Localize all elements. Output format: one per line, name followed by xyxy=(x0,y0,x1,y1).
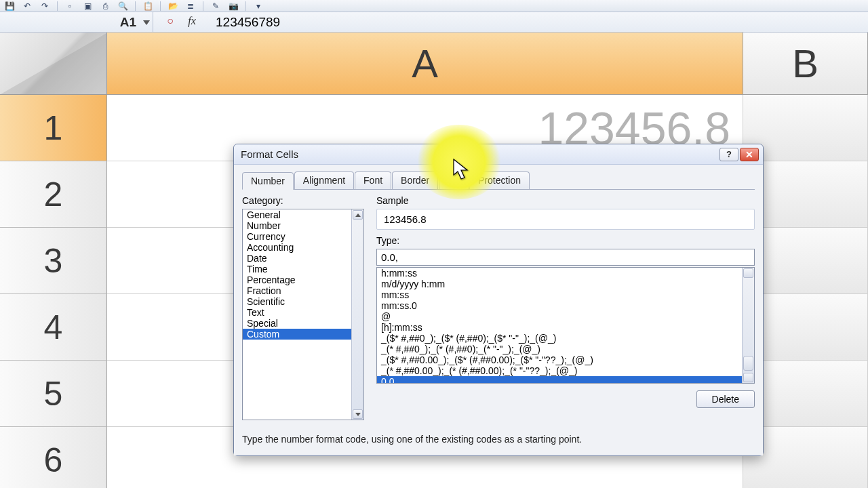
name-box-value: A1 xyxy=(120,15,136,30)
tab-fill[interactable]: Fill xyxy=(439,171,469,189)
separator xyxy=(203,1,203,11)
dialog-titlebar[interactable]: Format Cells ? ✕ xyxy=(234,144,763,165)
category-item[interactable]: Custom xyxy=(243,329,363,340)
category-listbox[interactable]: GeneralNumberCurrencyAccountingDateTimeP… xyxy=(242,209,364,420)
category-item[interactable]: Accounting xyxy=(243,242,363,253)
new-icon[interactable]: ▫ xyxy=(64,1,75,11)
format-item[interactable]: [h]:mm:ss xyxy=(377,322,754,333)
scroll-down-icon[interactable] xyxy=(353,409,363,419)
tab-number[interactable]: Number xyxy=(242,172,294,190)
row-header-5[interactable]: 5 xyxy=(0,361,107,427)
category-label: Category: xyxy=(242,195,364,206)
tab-protection[interactable]: Protection xyxy=(469,171,530,189)
redo-icon[interactable]: ↷ xyxy=(39,1,50,11)
category-item[interactable]: Percentage xyxy=(243,274,363,285)
row-header-4[interactable]: 4 xyxy=(0,294,107,361)
formula-bar-input[interactable]: 123456789 xyxy=(206,15,280,30)
folder-icon[interactable]: 📂 xyxy=(167,1,178,11)
help-button[interactable]: ? xyxy=(719,148,738,161)
format-item[interactable]: h:mm:ss xyxy=(377,268,754,279)
name-box[interactable]: A1 xyxy=(0,15,153,30)
tab-alignment[interactable]: Alignment xyxy=(294,171,354,189)
category-item[interactable]: Special xyxy=(243,318,363,329)
format-item[interactable]: 0.0, xyxy=(377,376,754,384)
format-item[interactable]: @ xyxy=(377,311,754,322)
format-item[interactable]: _($* #,##0_);_($* (#,##0);_($* "-"_);_(@… xyxy=(377,333,754,344)
cancel-entry-icon[interactable]: ○ xyxy=(163,15,178,30)
category-item[interactable]: Text xyxy=(243,307,363,318)
dialog-tabs: NumberAlignmentFontBorderFillProtection xyxy=(242,171,755,190)
category-item[interactable]: Fraction xyxy=(243,285,363,296)
camera-icon[interactable]: 📷 xyxy=(228,1,239,11)
brush-icon[interactable]: ✎ xyxy=(210,1,221,11)
tab-border[interactable]: Border xyxy=(392,171,438,189)
hint-text: Type the number format code, using one o… xyxy=(242,434,755,445)
save-icon[interactable]: 💾 xyxy=(4,1,15,11)
row-header-2[interactable]: 2 xyxy=(0,161,107,228)
scroll-down-icon[interactable] xyxy=(743,373,753,382)
close-button[interactable]: ✕ xyxy=(740,148,759,161)
formula-bar-row: A1 ○ fx 123456789 xyxy=(0,12,868,33)
separator xyxy=(160,1,161,11)
category-item[interactable]: General xyxy=(243,209,363,220)
customize-dd-icon[interactable]: ▾ xyxy=(253,1,264,11)
sample-label: Sample xyxy=(376,195,755,206)
quick-access-toolbar: 💾 ↶ ↷ ▫ ▣ ⎙ 🔍 📋 📂 ≣ ✎ 📷 ▾ xyxy=(0,0,868,12)
column-header-b[interactable]: B xyxy=(743,33,868,95)
sample-display: 123456.8 xyxy=(376,209,755,230)
open-icon[interactable]: ▣ xyxy=(82,1,93,11)
category-item[interactable]: Currency xyxy=(243,231,363,242)
category-scrollbar[interactable] xyxy=(351,209,363,420)
format-item[interactable]: mm:ss.0 xyxy=(377,300,754,311)
category-item[interactable]: Date xyxy=(243,253,363,264)
format-item[interactable]: m/d/yyyy h:mm xyxy=(377,279,754,289)
scroll-up-icon[interactable] xyxy=(353,210,363,220)
format-listbox[interactable]: h:mm:ssm/d/yyyy h:mmmm:ssmm:ss.0@[h]:mm:… xyxy=(376,267,755,384)
format-item[interactable]: _($* #,##0.00_);_($* (#,##0.00);_($* "-"… xyxy=(377,354,754,365)
format-cells-dialog: Format Cells ? ✕ NumberAlignmentFontBord… xyxy=(233,144,764,456)
category-item[interactable]: Number xyxy=(243,220,363,231)
scrollbar-thumb[interactable] xyxy=(743,356,753,371)
paste-icon[interactable]: 📋 xyxy=(142,1,153,11)
column-header-a[interactable]: A xyxy=(107,33,743,95)
undo-icon[interactable]: ↶ xyxy=(22,1,33,11)
type-input[interactable] xyxy=(376,249,755,266)
preview-icon[interactable]: 🔍 xyxy=(117,1,128,11)
insert-function-icon[interactable]: fx xyxy=(184,15,199,30)
format-scrollbar[interactable] xyxy=(742,268,754,383)
row-header-3[interactable]: 3 xyxy=(0,228,107,294)
name-box-dropdown-icon[interactable] xyxy=(143,20,150,25)
scroll-up-icon[interactable] xyxy=(743,268,753,278)
tab-font[interactable]: Font xyxy=(355,171,391,189)
print-icon[interactable]: ⎙ xyxy=(100,1,111,11)
select-all-corner[interactable] xyxy=(0,33,107,95)
format-item[interactable]: mm:ss xyxy=(377,289,754,300)
format-item[interactable]: _(* #,##0.00_);_(* (#,##0.00);_(* "-"??_… xyxy=(377,365,754,376)
separator xyxy=(57,1,58,11)
row-header-1[interactable]: 1 xyxy=(0,95,107,161)
type-label: Type: xyxy=(376,235,755,246)
category-item[interactable]: Time xyxy=(243,264,363,274)
category-item[interactable]: Scientific xyxy=(243,296,363,307)
row-header-6[interactable]: 6 xyxy=(0,427,107,488)
list-icon[interactable]: ≣ xyxy=(185,1,196,11)
dialog-title: Format Cells xyxy=(241,148,298,160)
separator xyxy=(245,1,246,11)
separator xyxy=(135,1,136,11)
format-item[interactable]: _(* #,##0_);_(* (#,##0);_(* "-"_);_(@_) xyxy=(377,344,754,354)
delete-button[interactable]: Delete xyxy=(696,390,755,408)
